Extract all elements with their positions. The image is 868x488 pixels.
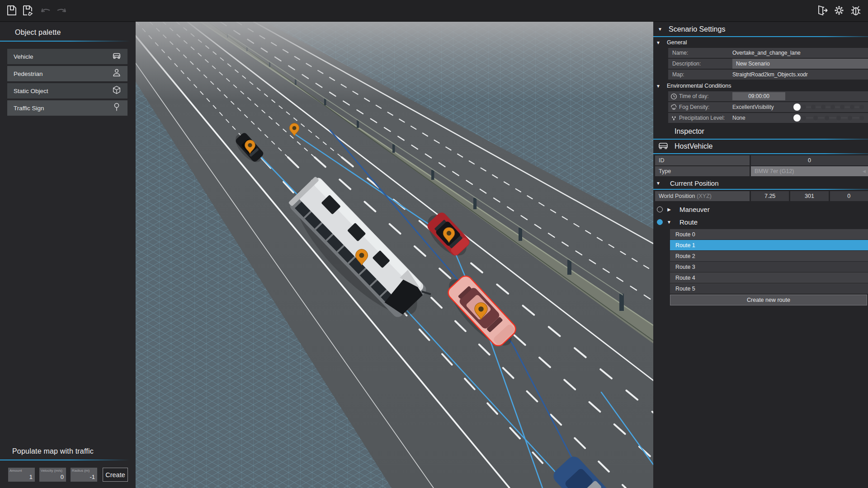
current-position-header[interactable]: ▼ Current Position — [653, 177, 868, 189]
inspector-title: Inspector — [653, 124, 868, 139]
precipitation-icon — [668, 115, 679, 122]
slider-handle[interactable] — [793, 103, 801, 111]
object-palette-list: Vehicle Pedestrian Static Object Traffic… — [0, 49, 136, 116]
route-item-3[interactable]: Route 3 — [670, 262, 868, 272]
palette-item-pedestrian[interactable]: Pedestrian — [7, 66, 127, 81]
precipitation-slider[interactable] — [793, 114, 865, 122]
object-palette-panel: Object palette Vehicle Pedestrian Static… — [0, 22, 136, 488]
route-list: Route 0 Route 1 Route 2 Route 3 Route 4 … — [670, 229, 868, 294]
cube-icon — [112, 85, 122, 97]
chevron-down-icon: ▼ — [655, 84, 661, 89]
accent-underline — [653, 189, 868, 190]
palette-item-traffic-sign[interactable]: Traffic Sign — [7, 100, 127, 116]
undo-icon[interactable] — [40, 5, 52, 16]
accent-underline — [0, 460, 136, 460]
fog-density-slider[interactable] — [793, 103, 865, 111]
scenario-settings-title: Scenario Settings — [669, 25, 725, 33]
type-row: Type BMW 7er (G12) ◀ — [655, 166, 868, 176]
save-icon[interactable] — [6, 5, 18, 16]
route-item-2[interactable]: Route 2 — [670, 251, 868, 261]
create-new-route-button[interactable]: Create new route — [670, 295, 867, 305]
amount-field[interactable]: Amount 1 — [8, 468, 35, 482]
debug-bug-icon[interactable] — [850, 5, 862, 16]
route-item-1-selected[interactable]: Route 1 — [670, 240, 868, 250]
fog-density-row: Fog Density: ExcellentVisibility — [668, 102, 868, 112]
precipitation-value: None — [732, 115, 793, 121]
time-of-day-row: Time of day: 09:00:00 — [668, 91, 868, 101]
host-vehicle-header[interactable]: HostVehicle — [653, 140, 868, 153]
palette-item-static-object[interactable]: Static Object — [7, 83, 127, 99]
chevron-down-icon: ▼ — [655, 40, 661, 45]
distance-haze — [136, 22, 653, 101]
slider-handle[interactable] — [793, 114, 801, 122]
description-input[interactable]: New Scenario — [732, 59, 868, 69]
scenario-settings-panel: ▼ Scenario Settings ▼ General Name: Over… — [653, 22, 868, 488]
route-item-4[interactable]: Route 4 — [670, 272, 868, 283]
host-vehicle-title: HostVehicle — [675, 142, 713, 150]
dropdown-arrow-icon: ◀ — [863, 169, 866, 174]
chevron-down-icon: ▼ — [666, 220, 672, 225]
fog-density-value: ExcellentVisibility — [732, 104, 793, 110]
id-value[interactable]: 0 — [751, 155, 868, 165]
world-position-x[interactable]: 7.25 — [751, 191, 789, 201]
top-toolbar — [0, 0, 868, 22]
pedestrian-icon — [112, 68, 122, 80]
precipitation-row: Precipitation Level: None — [668, 113, 868, 123]
radius-field[interactable]: Radius (m) -1 — [71, 468, 97, 482]
chevron-down-icon: ▼ — [657, 27, 663, 32]
populate-traffic-section: Populate map with traffic Amount 1 Veloc… — [0, 441, 136, 488]
world-position-z[interactable]: 0 — [830, 191, 868, 201]
map-value[interactable]: StraightRoad2km_Objects.xodr — [732, 71, 808, 78]
settings-gear-icon[interactable] — [833, 5, 845, 16]
description-row: Description: New Scenario — [668, 59, 868, 69]
car-icon — [112, 51, 122, 62]
general-section-header[interactable]: ▼ General — [653, 37, 868, 48]
maneuver-radio[interactable] — [657, 206, 663, 212]
route-node[interactable]: ▼ Route — [653, 216, 868, 228]
chevron-down-icon: ▼ — [655, 181, 661, 186]
exit-icon[interactable] — [816, 5, 828, 16]
accent-underline — [0, 41, 136, 42]
fog-icon — [668, 104, 679, 111]
chevron-right-icon: ▶ — [666, 207, 672, 212]
clock-icon — [668, 93, 679, 100]
world-position-row: World Position(XYZ) 7.25 301 0 — [655, 191, 868, 201]
map-row: Map: StraightRoad2km_Objects.xodr — [668, 70, 868, 80]
object-palette-title: Object palette — [0, 22, 136, 41]
velocity-field[interactable]: Velocity (m/s) 0 — [39, 468, 66, 482]
scenario-settings-header[interactable]: ▼ Scenario Settings — [653, 22, 868, 36]
route-radio[interactable] — [657, 219, 663, 225]
highway-scene[interactable] — [136, 22, 653, 488]
route-item-0[interactable]: Route 0 — [670, 229, 868, 239]
route-item-5[interactable]: Route 5 — [670, 283, 868, 294]
type-dropdown[interactable]: BMW 7er (G12) ◀ — [751, 166, 868, 176]
redo-icon[interactable] — [56, 5, 67, 16]
name-row: Name: Overtake_and_change_lane — [668, 48, 868, 58]
id-row: ID 0 — [655, 155, 868, 165]
create-traffic-button[interactable]: Create — [103, 468, 128, 482]
world-position-y[interactable]: 301 — [790, 191, 828, 201]
palette-item-vehicle[interactable]: Vehicle — [7, 49, 127, 64]
populate-title: Populate map with traffic — [0, 441, 136, 460]
name-value[interactable]: Overtake_and_change_lane — [732, 50, 801, 56]
environmental-conditions-header[interactable]: ▼ Environmental Conditions — [653, 80, 868, 91]
viewport-3d-scene[interactable] — [136, 22, 653, 488]
time-of-day-input[interactable]: 09:00:00 — [732, 92, 785, 100]
save-as-icon[interactable] — [22, 5, 33, 16]
maneuver-node[interactable]: ▶ Maneuver — [653, 203, 868, 216]
traffic-sign-icon — [112, 102, 122, 114]
car-icon — [653, 141, 669, 152]
accent-underline — [653, 153, 868, 154]
